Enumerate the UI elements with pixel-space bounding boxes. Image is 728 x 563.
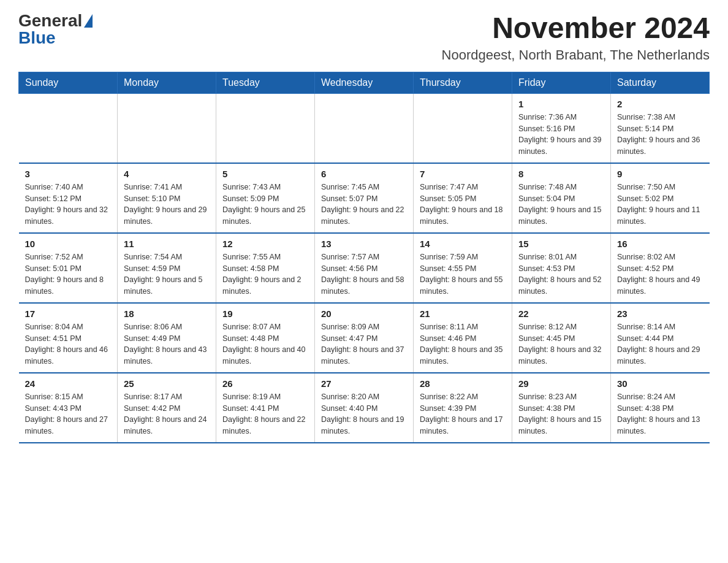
- calendar-cell: 8Sunrise: 7:48 AMSunset: 5:04 PMDaylight…: [512, 163, 611, 233]
- day-info: Sunrise: 7:43 AMSunset: 5:09 PMDaylight:…: [222, 182, 308, 228]
- day-number: 29: [518, 378, 604, 389]
- calendar-header-tuesday: Tuesday: [216, 72, 315, 93]
- day-info: Sunrise: 8:20 AMSunset: 4:40 PMDaylight:…: [321, 391, 407, 437]
- day-info: Sunrise: 7:54 AMSunset: 4:59 PMDaylight:…: [124, 251, 210, 297]
- day-info: Sunrise: 7:48 AMSunset: 5:04 PMDaylight:…: [518, 182, 604, 228]
- day-number: 17: [25, 308, 112, 319]
- day-number: 23: [617, 308, 703, 319]
- calendar: SundayMondayTuesdayWednesdayThursdayFrid…: [18, 72, 710, 443]
- day-info: Sunrise: 8:04 AMSunset: 4:51 PMDaylight:…: [25, 321, 112, 367]
- day-info: Sunrise: 8:02 AMSunset: 4:52 PMDaylight:…: [617, 251, 703, 297]
- calendar-header-saturday: Saturday: [611, 72, 710, 93]
- day-info: Sunrise: 8:11 AMSunset: 4:46 PMDaylight:…: [420, 321, 506, 367]
- day-number: 15: [518, 239, 604, 249]
- calendar-cell: [118, 93, 216, 163]
- day-number: 26: [222, 378, 308, 389]
- calendar-cell: 16Sunrise: 8:02 AMSunset: 4:52 PMDayligh…: [611, 233, 710, 303]
- calendar-cell: [315, 93, 414, 163]
- calendar-cell: 12Sunrise: 7:55 AMSunset: 4:58 PMDayligh…: [216, 233, 315, 303]
- calendar-header-monday: Monday: [118, 72, 216, 93]
- header: General Blue November 2024 Noordgeest, N…: [18, 12, 710, 63]
- day-number: 6: [321, 169, 407, 179]
- day-number: 27: [321, 378, 407, 389]
- day-number: 2: [617, 99, 703, 109]
- calendar-cell: 17Sunrise: 8:04 AMSunset: 4:51 PMDayligh…: [19, 303, 118, 373]
- logo-general-text: General: [18, 12, 93, 29]
- day-info: Sunrise: 8:07 AMSunset: 4:48 PMDaylight:…: [222, 321, 308, 367]
- logo-blue-text: Blue: [18, 29, 56, 47]
- calendar-cell: 2Sunrise: 7:38 AMSunset: 5:14 PMDaylight…: [611, 93, 710, 163]
- day-number: 14: [420, 239, 506, 249]
- day-number: 19: [222, 308, 308, 319]
- calendar-cell: 15Sunrise: 8:01 AMSunset: 4:53 PMDayligh…: [512, 233, 611, 303]
- calendar-cell: 18Sunrise: 8:06 AMSunset: 4:49 PMDayligh…: [118, 303, 216, 373]
- day-info: Sunrise: 7:55 AMSunset: 4:58 PMDaylight:…: [222, 251, 308, 297]
- calendar-week-row: 24Sunrise: 8:15 AMSunset: 4:43 PMDayligh…: [19, 373, 710, 443]
- day-number: 20: [321, 308, 407, 319]
- day-info: Sunrise: 7:59 AMSunset: 4:55 PMDaylight:…: [420, 251, 506, 297]
- calendar-cell: [414, 93, 512, 163]
- calendar-cell: 25Sunrise: 8:17 AMSunset: 4:42 PMDayligh…: [118, 373, 216, 443]
- calendar-header-row: SundayMondayTuesdayWednesdayThursdayFrid…: [19, 72, 710, 93]
- main-title: November 2024: [442, 12, 710, 45]
- day-info: Sunrise: 8:23 AMSunset: 4:38 PMDaylight:…: [518, 391, 604, 437]
- calendar-cell: 29Sunrise: 8:23 AMSunset: 4:38 PMDayligh…: [512, 373, 611, 443]
- calendar-header-wednesday: Wednesday: [315, 72, 414, 93]
- day-number: 13: [321, 239, 407, 249]
- day-number: 9: [617, 169, 703, 179]
- day-number: 5: [222, 169, 308, 179]
- day-number: 7: [420, 169, 506, 179]
- calendar-cell: 5Sunrise: 7:43 AMSunset: 5:09 PMDaylight…: [216, 163, 315, 233]
- calendar-week-row: 17Sunrise: 8:04 AMSunset: 4:51 PMDayligh…: [19, 303, 710, 373]
- calendar-cell: 4Sunrise: 7:41 AMSunset: 5:10 PMDaylight…: [118, 163, 216, 233]
- day-info: Sunrise: 7:36 AMSunset: 5:16 PMDaylight:…: [518, 112, 604, 158]
- calendar-cell: 24Sunrise: 8:15 AMSunset: 4:43 PMDayligh…: [19, 373, 118, 443]
- calendar-cell: [19, 93, 118, 163]
- calendar-week-row: 1Sunrise: 7:36 AMSunset: 5:16 PMDaylight…: [19, 93, 710, 163]
- calendar-cell: 27Sunrise: 8:20 AMSunset: 4:40 PMDayligh…: [315, 373, 414, 443]
- day-number: 11: [124, 239, 210, 249]
- day-number: 3: [25, 169, 112, 179]
- day-number: 22: [518, 308, 604, 319]
- logo: General Blue: [18, 12, 93, 47]
- day-info: Sunrise: 8:24 AMSunset: 4:38 PMDaylight:…: [617, 391, 703, 437]
- day-number: 24: [25, 378, 112, 389]
- day-info: Sunrise: 7:52 AMSunset: 5:01 PMDaylight:…: [25, 251, 112, 297]
- calendar-cell: 22Sunrise: 8:12 AMSunset: 4:45 PMDayligh…: [512, 303, 611, 373]
- calendar-cell: [216, 93, 315, 163]
- day-number: 28: [420, 378, 506, 389]
- day-number: 8: [518, 169, 604, 179]
- day-info: Sunrise: 7:47 AMSunset: 5:05 PMDaylight:…: [420, 182, 506, 228]
- calendar-cell: 6Sunrise: 7:45 AMSunset: 5:07 PMDaylight…: [315, 163, 414, 233]
- day-info: Sunrise: 8:09 AMSunset: 4:47 PMDaylight:…: [321, 321, 407, 367]
- day-number: 25: [124, 378, 210, 389]
- calendar-cell: 1Sunrise: 7:36 AMSunset: 5:16 PMDaylight…: [512, 93, 611, 163]
- calendar-cell: 3Sunrise: 7:40 AMSunset: 5:12 PMDaylight…: [19, 163, 118, 233]
- calendar-cell: 13Sunrise: 7:57 AMSunset: 4:56 PMDayligh…: [315, 233, 414, 303]
- day-info: Sunrise: 8:06 AMSunset: 4:49 PMDaylight:…: [124, 321, 210, 367]
- calendar-cell: 20Sunrise: 8:09 AMSunset: 4:47 PMDayligh…: [315, 303, 414, 373]
- day-number: 10: [25, 239, 112, 249]
- day-number: 1: [518, 99, 604, 109]
- calendar-cell: 26Sunrise: 8:19 AMSunset: 4:41 PMDayligh…: [216, 373, 315, 443]
- day-info: Sunrise: 8:17 AMSunset: 4:42 PMDaylight:…: [124, 391, 210, 437]
- day-info: Sunrise: 8:12 AMSunset: 4:45 PMDaylight:…: [518, 321, 604, 367]
- day-number: 16: [617, 239, 703, 249]
- day-info: Sunrise: 8:19 AMSunset: 4:41 PMDaylight:…: [222, 391, 308, 437]
- calendar-cell: 23Sunrise: 8:14 AMSunset: 4:44 PMDayligh…: [611, 303, 710, 373]
- day-info: Sunrise: 7:40 AMSunset: 5:12 PMDaylight:…: [25, 182, 112, 228]
- calendar-cell: 28Sunrise: 8:22 AMSunset: 4:39 PMDayligh…: [414, 373, 512, 443]
- calendar-cell: 30Sunrise: 8:24 AMSunset: 4:38 PMDayligh…: [611, 373, 710, 443]
- calendar-cell: 10Sunrise: 7:52 AMSunset: 5:01 PMDayligh…: [19, 233, 118, 303]
- title-area: November 2024 Noordgeest, North Brabant,…: [442, 12, 710, 63]
- day-info: Sunrise: 7:57 AMSunset: 4:56 PMDaylight:…: [321, 251, 407, 297]
- calendar-cell: 7Sunrise: 7:47 AMSunset: 5:05 PMDaylight…: [414, 163, 512, 233]
- calendar-week-row: 10Sunrise: 7:52 AMSunset: 5:01 PMDayligh…: [19, 233, 710, 303]
- day-info: Sunrise: 8:15 AMSunset: 4:43 PMDaylight:…: [25, 391, 112, 437]
- day-info: Sunrise: 7:41 AMSunset: 5:10 PMDaylight:…: [124, 182, 210, 228]
- calendar-cell: 11Sunrise: 7:54 AMSunset: 4:59 PMDayligh…: [118, 233, 216, 303]
- day-info: Sunrise: 8:22 AMSunset: 4:39 PMDaylight:…: [420, 391, 506, 437]
- day-info: Sunrise: 7:45 AMSunset: 5:07 PMDaylight:…: [321, 182, 407, 228]
- calendar-week-row: 3Sunrise: 7:40 AMSunset: 5:12 PMDaylight…: [19, 163, 710, 233]
- day-number: 30: [617, 378, 703, 389]
